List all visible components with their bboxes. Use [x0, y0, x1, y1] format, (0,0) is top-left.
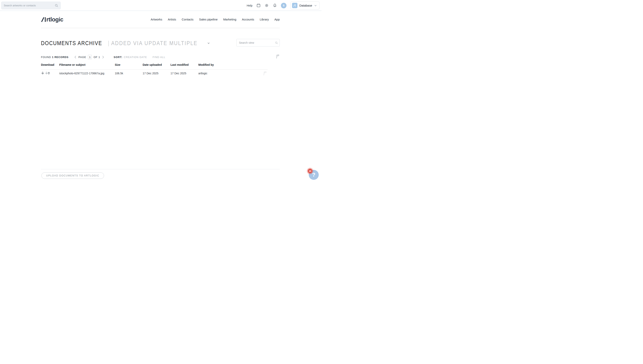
calendar-icon[interactable]: [257, 4, 261, 8]
global-search[interactable]: [1, 2, 61, 9]
nav-item-app[interactable]: App: [274, 18, 280, 21]
column-header-modified-by: Modified by: [198, 63, 214, 66]
nav-item-artworks[interactable]: Artworks: [151, 18, 162, 21]
sort-value[interactable]: CREATION DATE: [124, 56, 147, 58]
column-header-last-modified: Last modified: [170, 63, 189, 66]
download-icon[interactable]: [41, 71, 44, 75]
view-search[interactable]: [236, 39, 280, 46]
table-row[interactable]: istockphoto-629771122-170667a.jpg 106.5k…: [41, 72, 280, 78]
nav-item-sales-pipeline[interactable]: Sales pipeline: [199, 18, 218, 21]
nav-item-contacts[interactable]: Contacts: [182, 18, 193, 21]
search-icon[interactable]: [54, 4, 59, 8]
main-navigation: Artworks Artists Contacts Sales pipeline…: [151, 11, 280, 28]
artlogic-logo[interactable]: rtlogic: [41, 16, 63, 22]
row-flag-icon[interactable]: [263, 71, 267, 76]
workspace-selector[interactable]: Database: [291, 2, 320, 10]
title-separator: |: [108, 40, 109, 46]
help-link[interactable]: Help: [247, 4, 253, 7]
site-header: rtlogic Artworks Artists Contacts Sales …: [41, 11, 280, 28]
documents-table: Download Filename or subject Size Date u…: [41, 63, 280, 78]
nav-item-marketing[interactable]: Marketing: [223, 18, 236, 21]
download-versions-icon[interactable]: [45, 71, 50, 75]
table-header-row: Download Filename or subject Size Date u…: [41, 63, 280, 68]
column-header-download: Download: [41, 63, 54, 66]
notification-badge[interactable]: 10: [308, 169, 312, 173]
nav-item-library[interactable]: Library: [260, 18, 269, 21]
cell-filename[interactable]: istockphoto-629771122-170667a.jpg: [59, 72, 104, 75]
found-label: FOUND: [41, 56, 51, 58]
upload-documents-button[interactable]: UPLOAD DOCUMENTS TO ARTLOGIC: [41, 172, 104, 179]
cell-last-modified: 17 Dec 2025: [170, 72, 186, 75]
download-cell: [41, 71, 50, 75]
page-title: DOCUMENTS ARCHIVE: [41, 40, 102, 46]
pagination: PAGE 1 OF 1: [74, 55, 104, 59]
documents-archive-page: Help S: [0, 0, 321, 182]
footer-divider: [41, 169, 280, 169]
global-search-input[interactable]: [4, 4, 54, 7]
artlogic-app-icon: [292, 3, 297, 8]
gear-icon[interactable]: [265, 4, 269, 8]
find-all-link[interactable]: FIND ALL: [153, 56, 165, 58]
sort-label: SORT:: [114, 56, 122, 58]
chevron-down-icon: [314, 4, 317, 7]
nav-item-artists[interactable]: Artists: [168, 18, 176, 21]
records-bar: FOUND 1 RECORDS PAGE 1 OF 1 SORT: CREATI…: [41, 54, 280, 60]
cell-size: 106.5k: [115, 72, 123, 75]
page-title-group: DOCUMENTS ARCHIVE | ADDED VIA UPDATE MUL…: [41, 40, 210, 46]
view-search-input[interactable]: [239, 41, 275, 44]
page-of-label: OF 1: [94, 56, 100, 58]
bell-icon[interactable]: [273, 4, 277, 8]
column-header-filename: Filename or subject: [59, 63, 85, 66]
help-widget: ? 10: [308, 169, 320, 180]
current-view-name[interactable]: ADDED VIA UPDATE MULTIPLE: [111, 40, 197, 46]
view-search-icon[interactable]: [275, 41, 278, 44]
nav-item-accounts[interactable]: Accounts: [242, 18, 254, 21]
cell-modified-by: artlogic: [198, 72, 207, 75]
table-header-divider: [41, 69, 268, 70]
user-avatar[interactable]: S: [281, 3, 287, 8]
top-bar-actions: Help S: [247, 0, 320, 11]
flag-icon[interactable]: [275, 54, 280, 59]
view-chevron-down-icon[interactable]: [207, 42, 210, 45]
next-page-icon[interactable]: [102, 56, 104, 58]
page-number-input[interactable]: 1: [88, 55, 92, 59]
artlogic-logo-text: rtlogic: [46, 17, 63, 22]
page-label: PAGE: [78, 56, 86, 58]
title-row: DOCUMENTS ARCHIVE | ADDED VIA UPDATE MUL…: [41, 39, 280, 48]
record-count: 1 RECORDS: [52, 56, 68, 58]
sort-control: SORT: CREATION DATE: [114, 56, 147, 58]
column-header-size: Size: [115, 63, 120, 66]
cell-date-uploaded: 17 Dec 2025: [143, 72, 158, 75]
header-divider: [41, 28, 280, 28]
workspace-label: Database: [299, 4, 312, 7]
column-header-date-uploaded: Date uploaded: [143, 63, 162, 66]
prev-page-icon[interactable]: [74, 56, 77, 58]
top-bar: Help S: [0, 0, 321, 11]
artlogic-logo-mark: [41, 16, 46, 22]
